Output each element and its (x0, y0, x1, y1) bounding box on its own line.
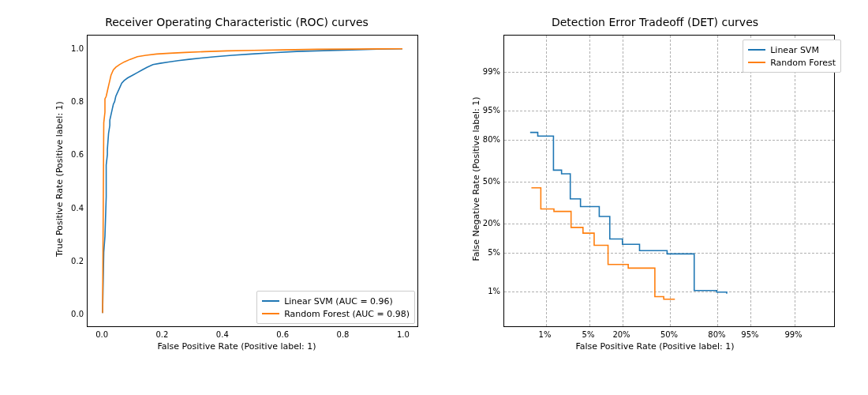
det-legend-svm-label: Linear SVM (770, 45, 819, 55)
det-title: Detection Error Tradeoff (DET) curves (458, 16, 852, 28)
roc-xtick-label: 1.0 (397, 330, 410, 339)
legend-swatch-svm (262, 300, 279, 302)
det-xtick-label: 99% (784, 330, 802, 339)
roc-plot-area (87, 35, 418, 327)
roc-xlabel: False Positive Rate (Positive label: 1) (47, 341, 426, 352)
roc-ytick-label: 0.4 (63, 203, 84, 212)
det-xlabel: False Positive Rate (Positive label: 1) (458, 341, 852, 352)
roc-ytick-label: 0.0 (63, 310, 84, 318)
det-plot-area (503, 35, 835, 327)
det-svg (504, 36, 834, 326)
roc-panel: Receiver Operating Characteristic (ROC) … (47, 16, 426, 363)
roc-legend-rf: Random Forest (AUC = 0.98) (262, 307, 410, 320)
roc-legend-svm-label: Linear SVM (AUC = 0.96) (284, 296, 393, 307)
det-panel: Detection Error Tradeoff (DET) curves 1%… (458, 16, 852, 363)
roc-legend: Linear SVM (AUC = 0.96) Random Forest (A… (256, 291, 415, 324)
legend-swatch-rf (748, 62, 765, 63)
det-xtick-label: 5% (582, 330, 595, 339)
det-curve-svm (530, 133, 727, 294)
det-curve-rf (531, 188, 675, 299)
legend-swatch-svm (748, 49, 765, 51)
roc-xtick-label: 0.4 (216, 330, 229, 339)
roc-ytick-label: 0.8 (63, 97, 84, 106)
det-legend-rf: Random Forest (748, 56, 836, 69)
roc-xtick-label: 0.2 (156, 330, 169, 339)
det-legend-rf-label: Random Forest (770, 58, 836, 68)
roc-ylabel: True Positive Rate (Positive label: 1) (54, 33, 65, 325)
det-xtick-label: 95% (741, 330, 758, 339)
roc-curve-svm (103, 49, 402, 314)
det-ylabel: False Negative Rate (Positive label: 1) (471, 33, 481, 325)
det-xtick-label: 50% (660, 330, 678, 339)
roc-xtick-label: 0.8 (337, 330, 350, 339)
roc-xtick-label: 0.6 (276, 330, 289, 339)
roc-legend-rf-label: Random Forest (AUC = 0.98) (284, 309, 410, 319)
det-legend: Linear SVM Random Forest (743, 40, 841, 73)
roc-svg (88, 36, 417, 326)
roc-title: Receiver Operating Characteristic (ROC) … (47, 16, 426, 28)
roc-curve-rf (103, 49, 402, 314)
roc-legend-svm: Linear SVM (AUC = 0.96) (262, 295, 410, 307)
det-xtick-label: 1% (539, 330, 552, 339)
det-xtick-label: 80% (708, 330, 725, 339)
det-legend-svm: Linear SVM (748, 43, 836, 56)
roc-ytick-label: 0.6 (63, 150, 84, 159)
det-xtick-label: 20% (612, 330, 630, 339)
roc-xtick-label: 0.0 (95, 330, 108, 339)
roc-ytick-label: 0.2 (63, 256, 84, 265)
roc-ytick-label: 1.0 (63, 43, 84, 52)
legend-swatch-rf (262, 313, 279, 314)
figure: Receiver Operating Characteristic (ROC) … (0, 0, 868, 395)
